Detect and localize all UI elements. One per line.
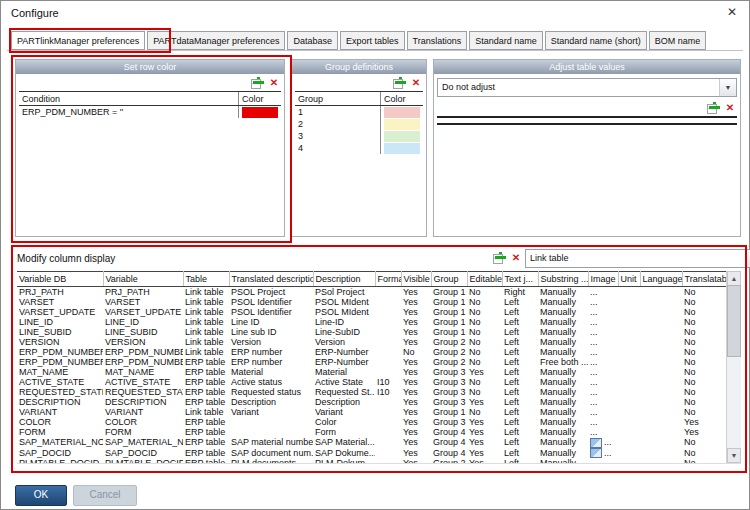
tab-standard-name[interactable]: Standard name	[469, 31, 543, 50]
image-ellipsis-button[interactable]: ...	[588, 417, 618, 427]
table-row[interactable]: PRJ_PATHPRJ_PATHLink tablePSOL ProjectPS…	[17, 287, 727, 298]
image-ellipsis-button[interactable]: ...	[588, 407, 618, 417]
tab-database[interactable]: Database	[287, 31, 338, 50]
table-row[interactable]: ERP_PDM_NUMBERERP_PDM_NUMBERERP tableERP…	[17, 357, 727, 367]
tab-partlinkmanager-preferences[interactable]: PARTlinkManager preferences	[11, 31, 145, 50]
group-color-cell[interactable]	[381, 142, 424, 154]
column-header-image[interactable]: Image	[588, 272, 618, 287]
group-row[interactable]: 4	[295, 142, 423, 154]
scroll-down-icon[interactable]: ▼	[727, 448, 741, 463]
column-header-editable[interactable]: Editable	[467, 272, 502, 287]
table-row[interactable]: VARSET_UPDATEVARSET_UPDATELink tablePSOL…	[17, 307, 727, 317]
add-column-icon[interactable]	[493, 251, 506, 264]
column-header-variable-db[interactable]: Variable DB	[17, 272, 103, 287]
color-swatch[interactable]	[242, 107, 278, 118]
chevron-down-icon[interactable]: ▼	[745, 250, 750, 267]
column-header-text-j[interactable]: Text j...	[502, 272, 538, 287]
close-icon[interactable]: ✕	[727, 5, 737, 19]
group-color-cell[interactable]	[381, 106, 424, 119]
group-row[interactable]: 3	[295, 130, 423, 142]
cell-translatable: No	[682, 397, 727, 407]
table-row[interactable]: PLMTABLE_DOCIDPLMTABLE_DOCIDERP tablePLM…	[17, 458, 727, 464]
column-header-translatable[interactable]: Translatable	[682, 272, 727, 287]
image-ellipsis-button[interactable]: ...	[588, 437, 618, 448]
delete-group-icon[interactable]: ✕	[410, 76, 422, 89]
image-ellipsis-button[interactable]: ...	[588, 337, 618, 347]
column-header-translated-description[interactable]: Translated description	[229, 272, 313, 287]
group-row[interactable]: 1	[295, 106, 423, 119]
column-header-unit[interactable]: Unit	[618, 272, 640, 287]
tab-standard-name-short[interactable]: Standard name (short)	[545, 31, 647, 50]
cell-visible: Yes	[401, 317, 431, 327]
scrollbar-thumb[interactable]	[727, 285, 741, 357]
tab-partdatamanager-preferences[interactable]: PARTdataManager preferences	[147, 31, 285, 50]
table-row[interactable]: FORMFORMERP tableFormYesGroup 4YesLeftMa…	[17, 427, 727, 437]
image-ellipsis-button[interactable]: ...	[588, 327, 618, 337]
cancel-button[interactable]: Cancel	[73, 485, 137, 506]
table-row[interactable]: VARIANTVARIANTLink tableVariantVariantYe…	[17, 407, 727, 417]
table-row[interactable]: ERP_PDM_NUMBERERP_PDM_NUMBE...Link table…	[17, 347, 727, 357]
group-color-swatch[interactable]	[384, 131, 420, 142]
group-color-swatch[interactable]	[384, 143, 420, 154]
chevron-down-icon[interactable]: ▼	[719, 79, 736, 96]
condition-cell[interactable]: ERP_PDM_NUMBER = ''	[19, 106, 239, 119]
column-header-variable[interactable]: Variable	[103, 272, 183, 287]
table-row[interactable]: SAP_MATERIAL_NOSAP_MATERIAL_NOERP tableS…	[17, 437, 727, 448]
column-header-substring[interactable]: Substring ...	[538, 272, 588, 287]
delete-column-icon[interactable]: ✕	[510, 251, 522, 264]
add-row-color-icon[interactable]	[251, 76, 264, 89]
color-cell[interactable]	[239, 106, 282, 119]
column-header-group[interactable]: Group	[431, 272, 467, 287]
column-header-visible[interactable]: Visible	[401, 272, 431, 287]
image-ellipsis-button[interactable]: ...	[588, 287, 618, 298]
add-adjust-value-icon[interactable]	[707, 101, 720, 114]
table-row[interactable]: DESCRIPTIONDESCRIPTIONERP tableDescripti…	[17, 397, 727, 407]
column-header-description[interactable]: Description	[313, 272, 375, 287]
image-ellipsis-button[interactable]: ...	[588, 458, 618, 464]
image-ellipsis-button[interactable]: ...	[588, 297, 618, 307]
column-header-format[interactable]: Format	[375, 272, 401, 287]
row-color-row[interactable]: ERP_PDM_NUMBER = ''	[19, 106, 281, 119]
ok-button[interactable]: OK	[15, 485, 67, 506]
group-color-cell[interactable]	[381, 130, 424, 142]
vertical-scrollbar[interactable]: ▲ ▼	[726, 271, 741, 463]
image-ellipsis-button[interactable]: ...	[588, 448, 618, 459]
table-row[interactable]: COLORCOLORERP tableColorYesGroup 3YesLef…	[17, 417, 727, 427]
table-row[interactable]: REQUESTED_STATEREQUESTED_STATEERP tableR…	[17, 387, 727, 397]
image-ellipsis-button[interactable]: ...	[588, 357, 618, 367]
group-color-cell[interactable]	[381, 118, 424, 130]
scroll-up-icon[interactable]: ▲	[727, 271, 741, 286]
column-header-language[interactable]: Language	[640, 272, 682, 287]
table-row[interactable]: MAT_NAMEMAT_NAMEERP tableMaterialMateria…	[17, 367, 727, 377]
group-color-swatch[interactable]	[384, 107, 420, 118]
image-ellipsis-button[interactable]: ...	[588, 387, 618, 397]
table-row[interactable]: LINE_IDLINE_IDLink tableLine IDLine-IDYe…	[17, 317, 727, 327]
delete-row-color-icon[interactable]: ✕	[268, 76, 280, 89]
image-ellipsis-button[interactable]: ...	[588, 397, 618, 407]
adjust-mode-dropdown[interactable]: Do not adjust ▼	[437, 78, 737, 97]
table-row[interactable]: ACTIVE_STATEACTIVE_STATEERP tableActive …	[17, 377, 727, 387]
table-row[interactable]: LINE_SUBIDLINE_SUBIDLink tableLine sub I…	[17, 327, 727, 337]
tab-bom-name[interactable]: BOM name	[649, 31, 707, 50]
table-select-dropdown[interactable]: Link table ▼	[525, 249, 750, 268]
cell-translatable: No	[682, 377, 727, 387]
group-color-swatch[interactable]	[384, 119, 420, 130]
cell-format: I10	[375, 387, 401, 397]
column-header-table[interactable]: Table	[183, 272, 229, 287]
table-row[interactable]: SAP_DOCIDSAP_DOCIDERP tableSAP document …	[17, 448, 727, 459]
image-ellipsis-button[interactable]: ...	[588, 317, 618, 327]
tab-translations[interactable]: Translations	[407, 31, 468, 50]
add-group-icon[interactable]	[393, 76, 406, 89]
cell-visible: Yes	[401, 397, 431, 407]
table-row[interactable]: VERSIONVERSIONLink tableVersionVersionYe…	[17, 337, 727, 347]
image-ellipsis-button[interactable]: ...	[588, 377, 618, 387]
delete-adjust-value-icon[interactable]: ✕	[724, 101, 736, 114]
tab-export-tables[interactable]: Export tables	[340, 31, 405, 50]
image-ellipsis-button[interactable]: ...	[588, 427, 618, 437]
table-row[interactable]: VARSETVARSETLink tablePSOL IdentifierPSO…	[17, 297, 727, 307]
group-row[interactable]: 2	[295, 118, 423, 130]
image-ellipsis-button[interactable]: ...	[588, 367, 618, 377]
cell-substring: Manually	[538, 317, 588, 327]
image-ellipsis-button[interactable]: ...	[588, 307, 618, 317]
image-ellipsis-button[interactable]: ...	[588, 347, 618, 357]
